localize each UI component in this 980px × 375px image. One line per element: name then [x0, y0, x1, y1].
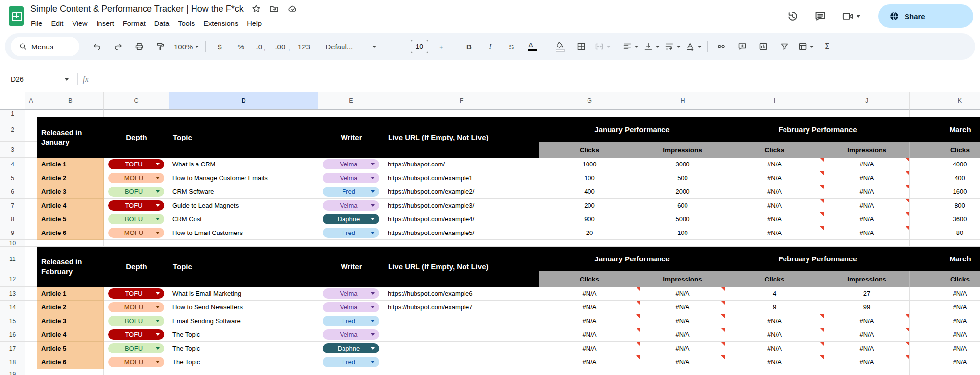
- cell-I12[interactable]: Clicks: [725, 271, 824, 287]
- menu-view[interactable]: View: [68, 18, 92, 29]
- cell-E10[interactable]: [318, 240, 384, 247]
- cell-F9[interactable]: https://hubspot.com/example5/: [384, 226, 539, 240]
- writer-chip[interactable]: Velma: [323, 288, 379, 299]
- cell-J18[interactable]: #N/A: [824, 355, 910, 369]
- cell-E16[interactable]: Velma: [318, 328, 384, 342]
- cell-J4[interactable]: #N/A: [824, 158, 910, 171]
- cell-D16[interactable]: The Topic: [169, 328, 318, 342]
- cell-H18[interactable]: #N/A: [640, 355, 725, 369]
- column-header-C[interactable]: C: [104, 92, 169, 110]
- depth-chip[interactable]: BOFU: [108, 343, 164, 353]
- cell-D2[interactable]: Topic: [169, 117, 318, 158]
- row-header-19[interactable]: 19: [0, 369, 25, 375]
- cell-G5[interactable]: 100: [539, 171, 640, 185]
- cell-H8[interactable]: 5000: [640, 212, 725, 226]
- cell-G10[interactable]: [539, 240, 640, 247]
- cell-F13[interactable]: https://hubspot.com/example6: [384, 287, 539, 301]
- star-icon[interactable]: [251, 4, 261, 14]
- row-header-3[interactable]: 3: [0, 142, 25, 158]
- functions-button[interactable]: Σ: [816, 38, 837, 55]
- cell-E15[interactable]: Fred: [318, 314, 384, 328]
- cell-E6[interactable]: Fred: [318, 185, 384, 199]
- column-header-G[interactable]: G: [539, 92, 640, 110]
- depth-chip[interactable]: TOFU: [108, 288, 164, 299]
- column-header-F[interactable]: F: [384, 92, 539, 110]
- cell-B5[interactable]: Article 2: [37, 171, 104, 185]
- format-currency-button[interactable]: $: [209, 38, 230, 55]
- insert-link-button[interactable]: [711, 38, 732, 55]
- undo-button[interactable]: [87, 38, 107, 55]
- cell-J10[interactable]: [824, 240, 910, 247]
- cell-H16[interactable]: #N/A: [640, 328, 725, 342]
- bold-button[interactable]: B: [459, 38, 479, 55]
- column-header-D[interactable]: D: [169, 92, 318, 110]
- cell-F17[interactable]: [384, 342, 539, 355]
- row-header-7[interactable]: 7: [0, 199, 25, 212]
- cell-D8[interactable]: CRM Cost: [169, 212, 318, 226]
- sheets-logo-icon[interactable]: [9, 6, 24, 26]
- cell-A16[interactable]: [25, 328, 37, 342]
- version-history-icon[interactable]: [786, 10, 799, 23]
- depth-chip[interactable]: TOFU: [108, 200, 164, 211]
- cell-F2[interactable]: Live URL (If Empty, Not Live): [384, 117, 539, 158]
- text-rotation-button[interactable]: [683, 38, 704, 55]
- comments-icon[interactable]: [814, 10, 827, 23]
- cell-H13[interactable]: #N/A: [640, 287, 725, 301]
- video-call-dropdown-caret[interactable]: [857, 15, 860, 20]
- cell-J8[interactable]: #N/A: [824, 212, 910, 226]
- depth-chip[interactable]: MOFU: [108, 173, 164, 183]
- cell-I5[interactable]: #N/A: [725, 171, 824, 185]
- cell-B14[interactable]: Article 2: [37, 301, 104, 314]
- cell-K2[interactable]: March: [910, 117, 980, 142]
- cell-I1[interactable]: [725, 110, 824, 117]
- cell-C14[interactable]: MOFU: [104, 301, 169, 314]
- cell-B2[interactable]: Released in January: [37, 117, 104, 158]
- cell-I13[interactable]: 4: [725, 287, 824, 301]
- cell-H10[interactable]: [640, 240, 725, 247]
- cell-E19[interactable]: [318, 369, 384, 375]
- cell-B1[interactable]: [37, 110, 104, 117]
- cell-F15[interactable]: [384, 314, 539, 328]
- cell-C13[interactable]: TOFU: [104, 287, 169, 301]
- cell-K11[interactable]: March: [910, 247, 980, 271]
- cell-A13[interactable]: [25, 287, 37, 301]
- cell-A9[interactable]: [25, 226, 37, 240]
- writer-chip[interactable]: Fred: [323, 187, 379, 197]
- row-header-2[interactable]: 2: [0, 117, 25, 142]
- cell-H6[interactable]: 2000: [640, 185, 725, 199]
- cell-A1[interactable]: [25, 110, 37, 117]
- menu-tools[interactable]: Tools: [173, 18, 199, 29]
- row-header-4[interactable]: 4: [0, 158, 25, 171]
- horizontal-align-button[interactable]: [620, 38, 640, 55]
- cell-K18[interactable]: #N/A: [910, 355, 980, 369]
- cell-F19[interactable]: [384, 369, 539, 375]
- name-box[interactable]: D26: [7, 75, 73, 83]
- cell-B15[interactable]: Article 3: [37, 314, 104, 328]
- cell-K6[interactable]: 1600: [910, 185, 980, 199]
- cell-F16[interactable]: [384, 328, 539, 342]
- cell-D11[interactable]: Topic: [169, 247, 318, 287]
- cell-D14[interactable]: How to Send Newsetters: [169, 301, 318, 314]
- menu-format[interactable]: Format: [119, 18, 150, 29]
- cell-C4[interactable]: TOFU: [104, 158, 169, 171]
- cell-C17[interactable]: BOFU: [104, 342, 169, 355]
- cell-D18[interactable]: The Topic: [169, 355, 318, 369]
- depth-chip[interactable]: BOFU: [108, 214, 164, 224]
- depth-chip[interactable]: BOFU: [108, 187, 164, 197]
- cell-G7[interactable]: 200: [539, 199, 640, 212]
- cell-G6[interactable]: 400: [539, 185, 640, 199]
- cell-B8[interactable]: Article 5: [37, 212, 104, 226]
- menu-data[interactable]: Data: [150, 18, 174, 29]
- cell-E1[interactable]: [318, 110, 384, 117]
- column-header-E[interactable]: E: [318, 92, 384, 110]
- row-header-15[interactable]: 15: [0, 314, 25, 328]
- cell-K15[interactable]: #N/A: [910, 314, 980, 328]
- cell-J19[interactable]: [824, 369, 910, 375]
- cell-C2[interactable]: Depth: [104, 117, 169, 158]
- cell-C10[interactable]: [104, 240, 169, 247]
- row-header-14[interactable]: 14: [0, 301, 25, 314]
- writer-chip[interactable]: Daphne: [323, 214, 379, 224]
- menu-file[interactable]: File: [26, 18, 47, 29]
- cell-J9[interactable]: #N/A: [824, 226, 910, 240]
- row-header-18[interactable]: 18: [0, 355, 25, 369]
